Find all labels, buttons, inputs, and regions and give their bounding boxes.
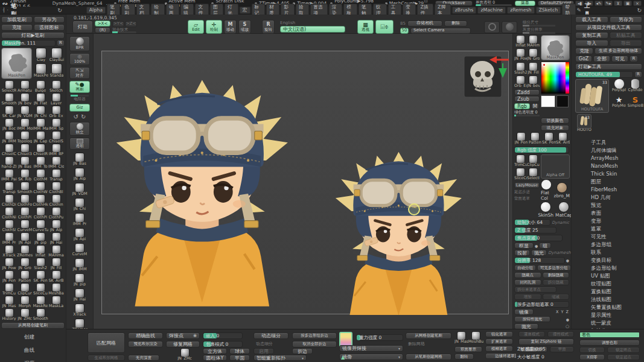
goz-visible-button[interactable]: 可见 <box>611 56 628 62</box>
brush-thumb[interactable]: JN_Boc <box>1 118 17 131</box>
grow-button[interactable]: 增加 <box>514 294 541 300</box>
brush-thumb[interactable]: Topolog <box>17 131 33 144</box>
palette-section[interactable]: NanoMesh <box>575 162 642 170</box>
frame-button[interactable]: 框显 <box>514 243 534 249</box>
tray-divider-handle[interactable]: ▲ ▼ <box>341 355 352 360</box>
recent-brush-thumb[interactable]: JN_Api <box>72 228 88 242</box>
match-mesh-button[interactable]: 匹配网格 <box>88 332 125 353</box>
brush-thumb[interactable]: JN_Pen <box>1 270 17 283</box>
canvas-area[interactable] <box>94 34 512 329</box>
brush-thumb[interactable]: SK_Pen <box>33 270 48 283</box>
brush-thumb[interactable]: ClothPi <box>17 207 33 220</box>
minimize-icon[interactable]: ⊻ <box>614 1 622 6</box>
infinite-depth-button[interactable]: 无穷深度 <box>128 355 159 361</box>
lazymouse-button[interactable]: LazyMouse <box>514 182 540 188</box>
auto-groups-button[interactable]: 自动分组 <box>514 265 536 271</box>
material-preview-button[interactable] <box>484 21 500 33</box>
palette-section[interactable]: 多边形绘制 <box>575 264 642 272</box>
brush-thumb[interactable]: MaskPe <box>33 63 49 79</box>
brush-thumb[interactable]: Patten <box>17 270 33 283</box>
load-tool-button[interactable]: 载入工具 <box>575 16 608 23</box>
brush-thumb[interactable]: Slash2 <box>33 258 48 270</box>
gravity-slider[interactable]: 重力强度 0 <box>356 334 403 341</box>
paint-brush-button[interactable]: ✎● 画刷 <box>69 81 90 93</box>
cylinder-button[interactable]: 圆柱体Y <box>203 355 227 361</box>
make-polymesh-button[interactable]: 生成 多边形网格物体 <box>595 48 642 54</box>
brush-thumb[interactable]: IMM_Sp <box>48 118 64 131</box>
brush-thumb[interactable]: ClothSl <box>1 220 17 232</box>
current-brush-thumb[interactable]: MaskPen <box>1 48 32 79</box>
close-holes-button[interactable]: 封闭孔洞 <box>514 279 541 285</box>
brush-thumb[interactable]: Orb_Ex <box>514 75 527 89</box>
uncrease-all-button[interactable]: 取消全部折边 <box>292 341 337 348</box>
mask-brush-thumb[interactable]: MeshBu <box>469 331 483 345</box>
save-brush-as-button[interactable]: 另存为 <box>34 16 65 23</box>
gizmo-button[interactable]: Giz <box>69 104 90 112</box>
store-config-icon[interactable]: ◂✎ <box>595 1 603 6</box>
palette-section[interactable]: 曲线 <box>1 346 65 355</box>
brush-thumb[interactable]: ClothW <box>33 182 48 194</box>
palette-section[interactable]: 矢量置换贴图 <box>575 303 642 311</box>
brush-thumb[interactable]: IMM_To <box>33 156 48 169</box>
brush-thumb[interactable]: ClothDi <box>1 194 17 207</box>
polish-small-button[interactable]: 抛光 <box>531 250 547 256</box>
brush-thumb[interactable]: ClothPi <box>33 207 48 220</box>
brush-thumb[interactable]: ChiselC <box>1 144 17 156</box>
palette-section[interactable]: 表面 <box>575 209 642 217</box>
main-color-swatch[interactable] <box>541 95 555 107</box>
grow-mask-button[interactable]: 扩展遮罩 <box>485 338 513 345</box>
m-button[interactable]: M <box>531 103 539 109</box>
reload-brush-palette-icon[interactable]: ↻ <box>57 7 62 13</box>
duplicate-zsphere-button[interactable]: 复制 ZSphere 链 <box>518 338 574 345</box>
palette-section[interactable]: 多边形组 <box>575 240 642 248</box>
crease-pg-button[interactable]: 按多边形组折边 <box>292 332 337 339</box>
rotate-cw-icon[interactable]: ↻ <box>81 113 86 120</box>
left-shelf-slider[interactable] <box>71 95 89 97</box>
rgb-opacity-slider[interactable] <box>514 115 540 116</box>
brush-thumb[interactable]: ClothNi <box>1 207 17 220</box>
mirror-weld-button[interactable]: 镜像并焊接▾ <box>339 345 403 352</box>
perspective-button[interactable]: ▦ 透视 <box>357 20 374 34</box>
brush-thumb[interactable]: Inflat <box>514 35 527 48</box>
toggle-button[interactable]: 切换 <box>579 347 605 353</box>
brush-from-mesh-button[interactable]: 从网格创建笔刷 <box>1 322 65 329</box>
brush-thumb[interactable]: JN_Cap <box>33 131 48 144</box>
flip-button[interactable]: 翻转 <box>454 354 474 360</box>
tint-row[interactable]: 着色 <box>579 332 640 338</box>
brush-thumb[interactable]: JN_Gro <box>527 48 540 62</box>
menu-item[interactable]: zBrushs <box>452 7 477 14</box>
brush-thumb[interactable]: JN_Fill <box>48 258 64 270</box>
brush-thumb[interactable]: TrimCu <box>514 154 527 168</box>
brush-thumb[interactable]: Slash2 <box>514 62 527 75</box>
document-frame[interactable] <box>101 51 509 314</box>
palette-section[interactable]: 深度 <box>1 359 65 362</box>
brush-thumb[interactable]: JN_bev <box>17 93 33 106</box>
floor-z-button[interactable]: >Z< <box>125 21 137 27</box>
close-icon[interactable]: × <box>633 1 642 6</box>
floor-y-button[interactable]: >Y< <box>112 21 124 27</box>
brush-r-button[interactable]: R <box>57 40 65 46</box>
brush-thumb[interactable]: JN_Flat <box>33 93 48 106</box>
r-button[interactable]: (R) <box>95 27 110 33</box>
brush-thumb[interactable]: JN_VDM <box>17 106 33 118</box>
menu-item[interactable]: zRemesh <box>507 7 534 14</box>
brush-from-mesh-bottom[interactable]: 从网格创建笔刷 <box>406 332 451 339</box>
shrink-button[interactable]: 缩减 <box>543 294 570 300</box>
brush-thumb[interactable]: ClipCur <box>17 283 33 296</box>
current-tool-thumb[interactable]: 33 HOUTOUFA <box>575 79 609 113</box>
brush-thumb[interactable]: Smooth <box>17 182 33 194</box>
tool-simplebrush-thumb[interactable]: S SimpleB <box>627 96 643 113</box>
lightbox-button[interactable]: 灯箱 <box>72 21 93 33</box>
adjust-color-button[interactable]: 调整色彩 <box>579 340 640 346</box>
brush-thumb[interactable]: JN_pip <box>33 232 48 245</box>
zadd-button[interactable]: Zadd <box>514 89 540 95</box>
palette-section[interactable]: 图层 <box>575 177 642 185</box>
z-intensity-slider[interactable]: Z 强度 25 <box>514 227 556 233</box>
recent-brush-thumb[interactable]: IMM_Pr <box>72 213 88 227</box>
switch-color-button[interactable]: 切换颜色 <box>541 118 569 124</box>
brush-thumb[interactable]: ClayBui <box>49 48 65 63</box>
brush-thumb[interactable]: SK_Rib <box>17 169 33 182</box>
group-button[interactable]: 组 <box>539 243 551 249</box>
blur-mask-button[interactable]: 模糊遮罩 <box>485 346 513 352</box>
smooth-button[interactable]: 平滑 <box>550 346 574 352</box>
